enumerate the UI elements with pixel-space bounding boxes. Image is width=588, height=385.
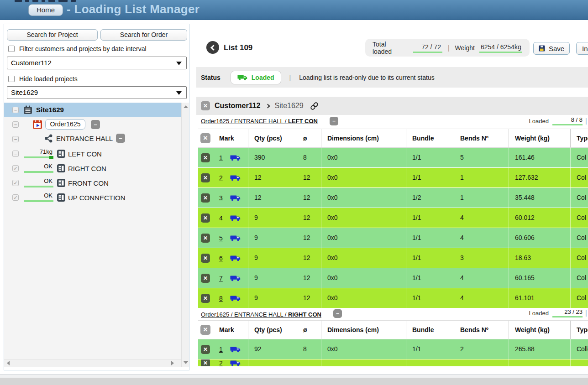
container-progress-bar — [24, 156, 53, 158]
mark-link[interactable]: 3 — [219, 188, 223, 208]
remove-row-button[interactable]: ✕ — [201, 173, 210, 182]
search-order-button[interactable]: Search for Order — [100, 29, 187, 41]
column-header: Bundle — [406, 321, 454, 339]
cell-dia: 8 — [297, 148, 321, 167]
scroll-down-icon[interactable] — [184, 361, 188, 364]
tree-item-up-connection[interactable]: OKUP CONNECTION — [4, 190, 181, 205]
tree-checkbox[interactable] — [12, 180, 19, 186]
total-loaded-label: Total loaded — [373, 41, 407, 55]
scroll-up-icon[interactable] — [184, 105, 188, 108]
remove-row-button[interactable]: ✕ — [201, 153, 210, 162]
column-header: Bends Nº — [454, 129, 509, 147]
section-path-prefix: Order1625 / ENTRANCE HALL / — [201, 311, 288, 318]
section-path-link[interactable]: Order1625 / ENTRANCE HALL / LEFT CON — [201, 118, 318, 125]
order-button[interactable]: Order1625 — [45, 119, 85, 130]
remove-row-button[interactable]: ✕ — [201, 193, 210, 203]
tree-checkbox[interactable] — [12, 194, 19, 201]
section-minus-button[interactable]: – — [333, 309, 342, 318]
tree-checkbox[interactable] — [12, 121, 19, 128]
cell-dia: 12 — [297, 188, 321, 208]
table-header-row: ✕MarkQty (pcs)øDimensions (cm)BundleBend… — [198, 320, 588, 339]
remove-all-button[interactable]: ✕ — [200, 133, 210, 143]
container-progress-bar — [24, 186, 53, 187]
mark-link[interactable]: 8 — [219, 289, 223, 308]
tree-item-left-con[interactable]: 71kgLEFT CON — [4, 146, 181, 161]
tree-item-right-con[interactable]: OKRIGHT CON — [4, 161, 181, 176]
cell-qty: 9 — [248, 268, 297, 288]
remove-row-button[interactable]: ✕ — [201, 274, 210, 283]
section-minus-button[interactable]: – — [330, 117, 338, 125]
customer-select[interactable]: Customer112 — [7, 57, 187, 69]
mark-link[interactable]: 7 — [219, 269, 223, 288]
remove-row-button[interactable]: ✕ — [201, 294, 210, 303]
container-icon — [57, 178, 66, 187]
collapse-minus-button[interactable]: – — [116, 134, 125, 143]
secondary-button[interactable]: In — [576, 42, 588, 55]
tree-checkbox[interactable] — [12, 151, 19, 157]
tree-checkbox[interactable] — [12, 107, 19, 113]
breadcrumb: ✕ Customer112 Site1629 — [196, 97, 588, 115]
list-title: List 109 — [224, 43, 252, 52]
mark-link[interactable]: 2 — [219, 359, 223, 366]
tree-item-entrance-hall[interactable]: ENTRANCE HALL– — [4, 132, 181, 146]
collapse-minus-button[interactable]: – — [91, 120, 100, 129]
cell-dia: 8 — [297, 339, 321, 359]
mark-link[interactable]: 2 — [219, 168, 223, 187]
cell-dia: 12 — [297, 248, 321, 268]
mark-link[interactable]: 5 — [219, 229, 223, 248]
mark-link[interactable]: 6 — [219, 249, 223, 268]
page-title: - Loading List Manager — [67, 2, 200, 16]
cell-bundle: 1/1 — [406, 288, 454, 308]
back-button[interactable] — [206, 41, 219, 54]
scroll-right-icon[interactable] — [171, 361, 174, 365]
breadcrumb-site[interactable]: Site1629 — [275, 102, 304, 110]
container-status: OK — [21, 163, 52, 170]
remove-row-button[interactable]: ✕ — [201, 359, 210, 366]
hide-loaded-checkbox[interactable] — [8, 76, 15, 82]
status-badge[interactable]: Loaded — [231, 71, 281, 84]
remove-row-button[interactable]: ✕ — [201, 254, 210, 263]
table-row: ✕312120x01/2135.448Col — [198, 188, 588, 208]
tree-item-label: RIGHT CON — [68, 165, 106, 172]
tree-item-order1625[interactable]: Order1625– — [4, 117, 181, 132]
filter-date-label: Filter customers and projects by date in… — [19, 45, 147, 52]
cell-dia: 12 — [297, 288, 321, 308]
table-row: ✕2 — [198, 359, 588, 367]
mark-link[interactable]: 1 — [219, 340, 223, 359]
section-loaded-value: 23 / 23 — [552, 308, 583, 317]
app-header: Home - Loading List Manager — [0, 0, 588, 20]
remove-row-button[interactable]: ✕ — [201, 234, 210, 243]
remove-row-button[interactable]: ✕ — [201, 345, 210, 354]
section-path-link[interactable]: Order1625 / ENTRANCE HALL / RIGHT CON — [201, 311, 321, 318]
cell-dim: 0x0 — [321, 248, 406, 268]
cell-bundle: 1/1 — [406, 248, 454, 268]
close-icon[interactable]: ✕ — [201, 101, 210, 110]
search-project-button[interactable]: Search for Project — [7, 29, 98, 41]
tree-horizontal-scrollbar[interactable] — [4, 359, 181, 367]
cell-dim: 0x0 — [321, 208, 406, 228]
tree-vertical-scrollbar[interactable] — [181, 103, 189, 367]
scroll-left-icon[interactable] — [7, 361, 10, 365]
breadcrumb-customer[interactable]: Customer112 — [215, 102, 261, 110]
tree-checkbox[interactable] — [12, 165, 19, 172]
status-bar: Status Loaded | Loading list is read-onl… — [196, 67, 588, 88]
link-icon[interactable] — [310, 102, 319, 110]
tree-item-front-con[interactable]: OKFRONT CON — [4, 176, 181, 190]
site-select[interactable]: Site1629 — [7, 86, 187, 99]
tree-checkbox[interactable] — [12, 136, 19, 142]
mark-link[interactable]: 1 — [219, 148, 223, 167]
tree-item-label: FRONT CON — [68, 179, 109, 187]
remove-all-button[interactable]: ✕ — [200, 325, 210, 335]
filter-date-checkbox[interactable] — [8, 46, 15, 52]
mark-link[interactable]: 4 — [219, 208, 223, 228]
table-row: ✕79120x01/1460.165Col — [198, 268, 588, 288]
cell-bends: 4 — [454, 288, 509, 308]
cell-type: Col — [571, 148, 588, 167]
cell-dim — [321, 359, 406, 366]
home-button[interactable]: Home — [28, 4, 63, 16]
remove-row-button[interactable]: ✕ — [201, 213, 210, 223]
cell-qty: 9 — [248, 208, 297, 228]
cell-type: Colle — [571, 339, 588, 359]
save-button[interactable]: Save — [533, 42, 570, 55]
tree-item-site1629[interactable]: Site1629 — [4, 103, 181, 117]
